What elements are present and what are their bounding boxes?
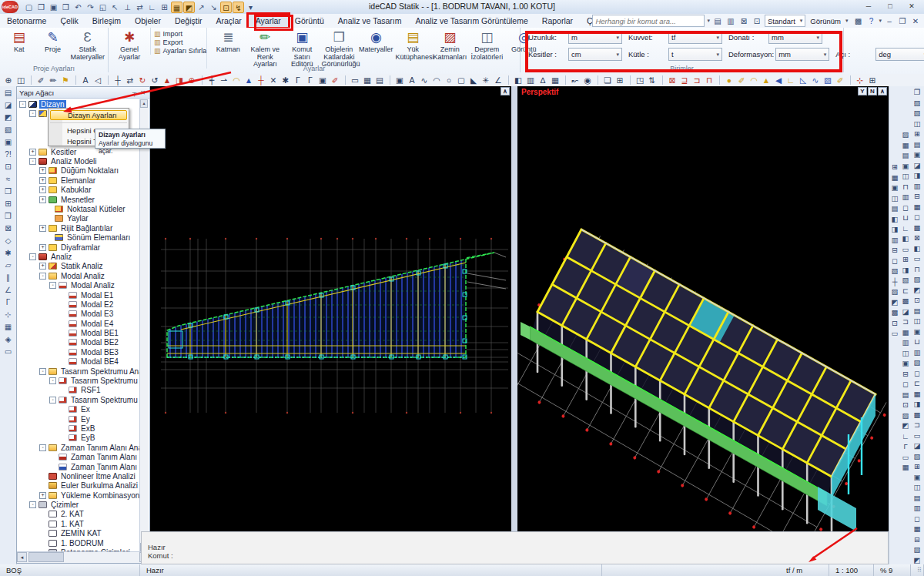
tree-item[interactable]: Euler Burkulma Analizi <box>17 481 140 491</box>
window-icon[interactable]: ◱ <box>97 2 109 13</box>
menu-item[interactable]: Objeler <box>128 15 168 27</box>
grid-icon[interactable]: ⊞ <box>159 2 170 13</box>
toolbar-icon[interactable]: ⊞ <box>866 75 879 85</box>
toolbar-icon[interactable]: ▤ <box>900 150 911 161</box>
toolbar-icon[interactable]: ▦ <box>889 172 900 183</box>
workspace-icon[interactable]: ▩ <box>852 17 863 25</box>
toolbar-icon[interactable] <box>198 75 203 85</box>
command-panel[interactable]: Hazır Komut : <box>141 531 889 564</box>
resize-grip[interactable]: ⠿ <box>911 564 924 576</box>
toolbar-icon[interactable]: ❐ <box>2 186 14 197</box>
toolbar-icon[interactable]: ∟ <box>785 75 797 85</box>
toolbar-icon[interactable]: ⊓ <box>912 264 922 275</box>
toolbar-icon[interactable]: ▨ <box>912 274 922 285</box>
tree-item[interactable]: Noktasal Kütleler <box>17 204 140 213</box>
toolbar-icon[interactable]: ⊔ <box>900 213 911 223</box>
toolbar-icon[interactable] <box>341 75 346 85</box>
menu-item[interactable]: Ayarlar <box>249 15 288 27</box>
toolbar-icon[interactable]: ⊐ <box>691 75 703 85</box>
menu-item[interactable]: Değiştir <box>168 15 209 27</box>
toolbar-icon[interactable]: ⊡ <box>889 318 900 329</box>
toolbar-icon[interactable]: ⊓ <box>703 75 715 85</box>
toolbar-icon[interactable]: ▲ <box>760 75 772 85</box>
tree-item[interactable]: - Zaman Tanım Alanı Analizi <box>17 443 140 452</box>
toolbar-icon[interactable]: ⚑ <box>59 75 72 85</box>
toolbar-icon[interactable]: ▭ <box>912 253 922 264</box>
toolbar-icon[interactable]: ◻ <box>912 514 922 524</box>
zemin-katmanlari-button[interactable]: ▨ Zemin Katmanları <box>432 29 467 61</box>
toolbar-icon[interactable]: ▦ <box>900 140 911 151</box>
viewport-divider[interactable] <box>511 86 517 531</box>
toolbar-icon[interactable]: ◻ <box>900 379 911 390</box>
menu-item[interactable]: Analiz ve Tasarım Görüntüleme <box>409 15 535 27</box>
tree-expander[interactable]: + <box>39 177 46 184</box>
toolbar-icon[interactable]: ▣ <box>912 149 922 160</box>
toolbar-icon[interactable]: ⊐ <box>912 420 922 430</box>
model-drawing[interactable] <box>517 86 889 531</box>
menu-item[interactable]: Birleşim <box>85 15 128 27</box>
toolbar-icon[interactable]: ✱ <box>280 75 292 85</box>
menu-item[interactable]: Çelik <box>53 15 85 27</box>
mdi-minimize-icon[interactable]: – <box>884 17 895 25</box>
toolbar-icon[interactable]: ▣ <box>889 183 900 193</box>
tree-item[interactable]: 2. KAT <box>17 510 140 519</box>
toolbar-icon[interactable]: ▦ <box>912 389 922 400</box>
toolbar-icon[interactable]: ◧ <box>889 214 900 225</box>
toolbar-icon[interactable]: ⊟ <box>912 191 922 202</box>
toolbar-icon[interactable]: ▤ <box>912 306 922 316</box>
toolbar-icon[interactable]: ▭ <box>889 328 900 339</box>
import-button[interactable]: ▥ Import <box>154 30 206 38</box>
toolbar-icon[interactable]: ◨ <box>912 399 922 410</box>
toolbar-icon[interactable]: ▩ <box>912 223 922 233</box>
toolbar-icon[interactable]: ◩ <box>2 112 14 123</box>
mdi-restore-icon[interactable]: ❐ <box>897 17 908 25</box>
toolbar-icon[interactable]: ▥ <box>912 181 922 192</box>
toolbar-icon[interactable]: ⊞ <box>912 129 922 139</box>
toolbar-icon[interactable]: ✱ <box>2 248 14 259</box>
toolbar-icon[interactable]: ◨ <box>889 224 900 235</box>
toolbar-icon[interactable]: ▲ <box>243 75 255 85</box>
tree-expander[interactable]: + <box>29 149 36 156</box>
pin-icon[interactable]: ┬ <box>130 89 139 96</box>
toolbar-icon[interactable]: ✐ <box>834 75 846 85</box>
toolbar-icon[interactable]: ⊹ <box>854 75 866 85</box>
tree-expander[interactable]: + <box>39 186 46 193</box>
toolbar-icon[interactable]: ▤ <box>912 139 922 150</box>
toolbar-icon[interactable]: ▥ <box>889 235 900 246</box>
tree-item[interactable]: - Tasarım Spektrumu <box>17 376 140 385</box>
toolbar-icon[interactable]: ▦ <box>900 327 911 338</box>
unit-select[interactable]: mm ▾ <box>768 31 822 44</box>
toolbar-icon[interactable]: ◠ <box>430 75 443 85</box>
tree-item[interactable]: Modal E1 <box>17 290 140 300</box>
status-zoom-percent[interactable]: % 9 <box>874 564 911 576</box>
toolbar-icon[interactable]: ▤ <box>912 493 922 504</box>
toolbar-icon[interactable]: Γ <box>900 441 911 452</box>
tree-item[interactable]: Ex <box>17 405 140 414</box>
redo-icon[interactable]: ↷ <box>85 2 96 13</box>
ortho-icon[interactable]: ⊡ <box>220 2 232 13</box>
tree-item[interactable]: 1. BODRUM <box>17 538 140 548</box>
plan-viewport[interactable]: ∧ <box>150 86 511 531</box>
toolbar-icon[interactable]: ⇅ <box>646 75 658 85</box>
materyaller-button[interactable]: ◉ Materyaller <box>358 29 393 54</box>
toolbar-icon[interactable]: ▣ <box>912 327 922 337</box>
tree-expander[interactable]: - <box>29 158 36 165</box>
mdi-close-icon[interactable]: ✕ <box>910 17 921 25</box>
toolbar-icon[interactable]: ◁ <box>92 75 104 85</box>
menu-item[interactable]: Betonarme <box>0 15 53 27</box>
export-button[interactable]: ▥ Export <box>154 39 206 46</box>
obj-katlardaki-button[interactable]: ❒ Objelerin Katlardaki Görünürlüğü <box>321 29 357 69</box>
toolbar-icon[interactable]: ▨ <box>889 286 900 297</box>
maximize-button[interactable]: □ <box>879 0 901 12</box>
toolbar-icon[interactable]: ◉ <box>581 75 594 85</box>
layers-front-icon[interactable]: ▤ <box>712 17 723 25</box>
toolbar-icon[interactable]: ◪ <box>912 440 922 451</box>
toolbar-icon[interactable]: ⊞ <box>900 254 911 265</box>
toolbar-icon[interactable]: ▦ <box>912 524 922 534</box>
tree-item[interactable]: - Modal Analiz <box>17 280 140 290</box>
perpendicular-snap-icon[interactable]: ⊥ <box>122 2 133 13</box>
toolbar-icon[interactable]: ◻ <box>912 368 922 379</box>
minimize-button[interactable]: ─ <box>858 0 879 12</box>
command-prompt-line[interactable]: Komut : <box>148 551 888 560</box>
toolbar-icon[interactable]: ❏ <box>601 75 614 85</box>
